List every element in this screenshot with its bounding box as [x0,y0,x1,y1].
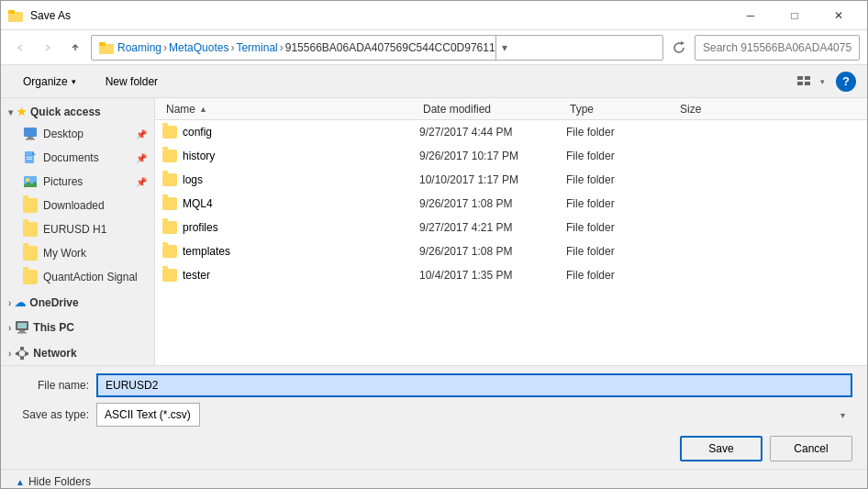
svg-rect-4 [797,76,803,80]
svg-rect-1 [8,10,15,14]
sidebar-item-documents-label: Documents [43,151,99,164]
svg-rect-3 [99,42,106,46]
sidebar-item-documents[interactable]: Documents 📌 [1,146,154,170]
address-bar: Roaming › MetaQuotes › Terminal › 915566… [1,30,867,65]
svg-rect-8 [24,128,37,137]
sidebar-item-pictures[interactable]: Pictures 📌 [1,170,154,194]
folder-icon-mywork [23,246,38,261]
sidebar-header-network[interactable]: › Network [1,342,154,364]
folder-icon-downloaded [23,198,38,213]
file-name-text: history [183,150,215,162]
table-row[interactable]: MQL4 9/26/2017 1:08 PM File folder [155,192,867,216]
table-row[interactable]: config 9/27/2017 4:44 PM File folder [155,120,867,144]
breadcrumb-terminal[interactable]: Terminal [236,41,277,54]
file-type: File folder [566,126,676,139]
sidebar-header-thispc[interactable]: › This PC [1,317,154,339]
savetype-select[interactable]: ASCII Text (*.csv) [96,403,200,427]
col-header-size[interactable]: Size [676,103,750,116]
table-row[interactable]: history 9/26/2017 10:17 PM File folder [155,144,867,168]
collapse-icon: ▲ [16,477,25,487]
cancel-button[interactable]: Cancel [770,436,852,461]
pin-icon-pictures: 📌 [136,177,147,187]
breadcrumb-roaming[interactable]: Roaming [117,41,161,54]
maximize-button[interactable]: □ [773,2,816,29]
sort-icon: ▲ [199,105,207,114]
svg-line-26 [17,355,22,357]
file-type: File folder [566,245,676,258]
toolbar-right: ▾ ? [791,70,856,94]
svg-rect-21 [16,352,19,355]
network-label: Network [33,347,76,360]
table-row[interactable]: profiles 9/27/2017 4:21 PM File folder [155,216,867,239]
file-column-headers: Name ▲ Date modified Type Size [155,98,867,120]
hide-folders-row[interactable]: ▲ Hide Folders [1,469,867,488]
file-name-text: templates [183,245,230,258]
thispc-label: This PC [33,321,74,334]
sidebar-header-onedrive[interactable]: › ☁ OneDrive [1,293,154,313]
breadcrumb-metaquotes[interactable]: MetaQuotes [169,41,228,54]
documents-icon [23,150,38,165]
col-header-type[interactable]: Type [566,103,676,116]
desktop-icon [23,127,38,141]
window-controls: ─ □ ✕ [729,2,860,29]
minimize-button[interactable]: ─ [729,2,772,29]
svg-line-24 [17,350,22,352]
toolbar: Organize ▾ New folder ▾ ? [1,65,867,98]
organize-button[interactable]: Organize ▾ [12,70,87,94]
sidebar-item-eurusd[interactable]: EURUSD H1 [1,217,154,241]
breadcrumb[interactable]: Roaming › MetaQuotes › Terminal › 915566… [91,35,663,61]
table-row[interactable]: tester 10/4/2017 1:35 PM File folder [155,263,867,287]
computer-icon [15,320,29,335]
action-row: Save Cancel [16,432,852,461]
help-button[interactable]: ? [836,72,856,92]
pin-icon-documents: 📌 [136,153,147,163]
col-header-date[interactable]: Date modified [419,103,566,116]
up-button[interactable] [63,36,87,60]
svg-rect-23 [20,357,24,360]
savetype-select-wrapper: ASCII Text (*.csv) ▾ [96,403,852,427]
onedrive-label: OneDrive [29,296,78,309]
svg-rect-6 [797,82,803,85]
svg-rect-22 [25,352,28,355]
file-name-text: config [183,126,212,139]
view-options-button[interactable] [791,70,817,94]
sidebar-item-desktop[interactable]: Desktop 📌 [1,122,154,146]
main-content: ▾ ★ Quick access Desktop 📌 [1,98,867,365]
search-input[interactable] [695,35,860,61]
filename-input[interactable] [96,373,852,397]
file-date: 9/26/2017 1:08 PM [419,197,566,210]
save-button[interactable]: Save [680,436,762,461]
svg-point-15 [26,178,29,182]
folder-icon-quantaction [23,270,38,284]
file-list: config 9/27/2017 4:44 PM File folder his… [155,120,867,365]
close-button[interactable]: ✕ [818,2,860,29]
forward-button[interactable] [36,36,60,60]
back-button[interactable] [8,36,32,60]
savetype-label: Save as type: [16,408,89,421]
col-header-name[interactable]: Name ▲ [162,103,419,116]
file-name-text: MQL4 [183,197,213,210]
file-name-text: logs [183,173,203,186]
window-icon [8,8,23,23]
sidebar-header-quick-access[interactable]: ▾ ★ Quick access [1,102,154,122]
savetype-row: Save as type: ASCII Text (*.csv) ▾ [16,403,852,427]
sidebar-item-mywork[interactable]: My Work [1,241,154,265]
table-row[interactable]: logs 10/10/2017 1:17 PM File folder [155,168,867,192]
sidebar-item-eurusd-label: EURUSD H1 [43,223,106,236]
save-as-dialog: Save As ─ □ ✕ Roaming › MetaQuotes › Te [0,0,868,489]
refresh-button[interactable] [667,36,691,60]
filename-row: File name: [16,373,852,397]
breadcrumb-dropdown[interactable]: ▾ [495,35,514,61]
svg-rect-10 [26,139,35,140]
network-icon [15,346,29,361]
folder-icon-eurusd [23,222,38,237]
sidebar-section-onedrive: › ☁ OneDrive [1,293,154,313]
new-folder-button[interactable]: New folder [95,70,169,94]
sidebar-section-quick-access: ▾ ★ Quick access Desktop 📌 [1,102,154,289]
file-date: 10/10/2017 1:17 PM [419,173,566,186]
file-type: File folder [566,269,676,282]
sidebar-item-quantaction[interactable]: QuantAction Signal [1,265,154,289]
sidebar-item-downloaded[interactable]: Downloaded [1,194,154,217]
svg-rect-12 [27,157,32,158]
table-row[interactable]: templates 9/26/2017 1:08 PM File folder [155,239,867,263]
